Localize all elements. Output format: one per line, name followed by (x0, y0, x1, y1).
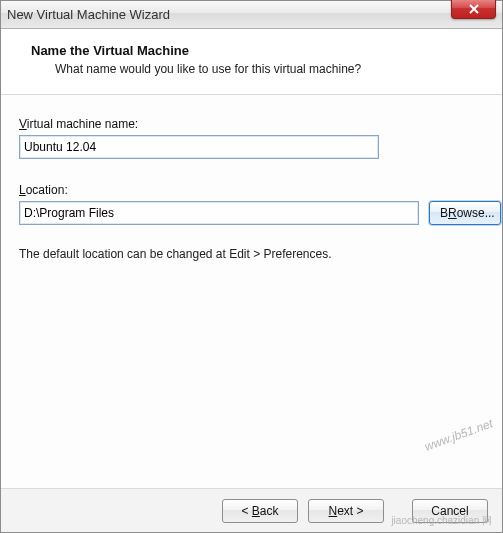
next-button[interactable]: Next > (308, 499, 384, 523)
vm-name-input[interactable] (19, 135, 379, 159)
new-vm-wizard-dialog: New Virtual Machine Wizard Name the Virt… (0, 0, 503, 533)
banner-title: Name the Virtual Machine (31, 43, 472, 58)
cancel-button[interactable]: Cancel (412, 499, 488, 523)
default-location-note: The default location can be changed at E… (19, 247, 484, 261)
wizard-banner: Name the Virtual Machine What name would… (1, 29, 502, 95)
location-input[interactable] (19, 201, 419, 225)
watermark-text: www.jb51.net (422, 416, 494, 454)
vm-name-label: Virtual machine name: (19, 117, 484, 131)
window-title: New Virtual Machine Wizard (7, 7, 170, 22)
wizard-content: Virtual machine name: Location: BRowse..… (1, 95, 502, 488)
wizard-footer: < Back Next > Cancel jiaocheng.chazidian… (1, 488, 502, 532)
titlebar: New Virtual Machine Wizard (1, 1, 502, 29)
location-label: Location: (19, 183, 484, 197)
back-button[interactable]: < Back (222, 499, 298, 523)
close-button[interactable] (451, 0, 496, 19)
browse-button[interactable]: BRowse... (429, 201, 501, 225)
banner-subtitle: What name would you like to use for this… (55, 62, 472, 76)
location-row: BRowse... (19, 201, 484, 225)
close-icon (468, 4, 480, 14)
